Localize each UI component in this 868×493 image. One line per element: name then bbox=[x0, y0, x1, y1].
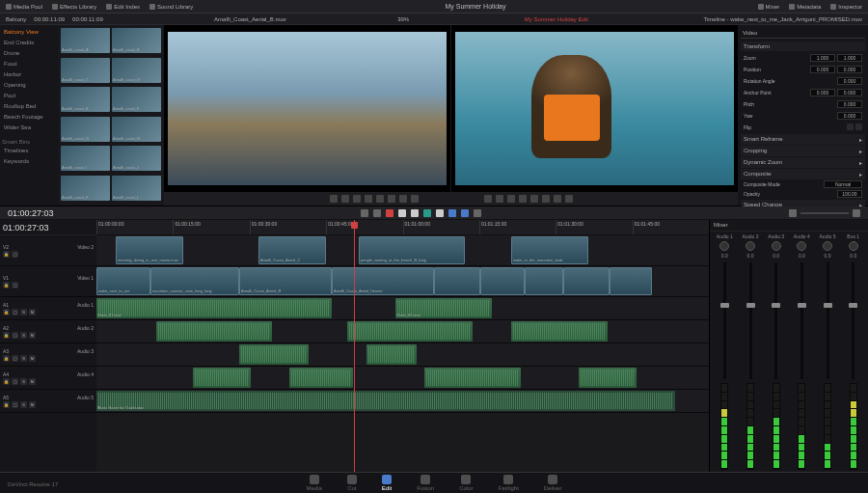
clip-thumbnail[interactable]: Amalfi_coast_I bbox=[61, 146, 110, 171]
playhead[interactable] bbox=[354, 220, 355, 472]
clip-thumbnail[interactable]: Amalfi_coast_D bbox=[112, 58, 161, 83]
lock-button[interactable]: 🔒 bbox=[3, 251, 10, 258]
clip-thumbnail[interactable]: Amalfi_coast_F bbox=[112, 87, 161, 112]
fit-percent[interactable]: 39% bbox=[397, 16, 409, 22]
auto-select-button[interactable]: ▢ bbox=[12, 378, 18, 385]
page-tab-fusion[interactable]: Fusion bbox=[417, 475, 434, 491]
track-header-a5[interactable]: A5Audio 5🔒▢SM bbox=[0, 390, 96, 413]
rec-last-frame-button[interactable] bbox=[554, 195, 561, 203]
metadata-toggle[interactable]: Metadata bbox=[789, 4, 821, 10]
track-a2[interactable] bbox=[96, 320, 709, 343]
effects-library-toggle[interactable]: Effects Library bbox=[52, 4, 96, 10]
clip[interactable]: Amalfi_Coast_Aerial_B bbox=[239, 267, 332, 295]
fader[interactable] bbox=[852, 262, 854, 379]
pan-knob[interactable] bbox=[719, 241, 729, 251]
auto-select-button[interactable]: ▢ bbox=[12, 355, 18, 362]
inspector-section[interactable]: Cropping▸ bbox=[741, 146, 865, 156]
clip[interactable] bbox=[579, 368, 637, 388]
play-reverse-button[interactable] bbox=[353, 195, 361, 203]
solo-button[interactable]: S bbox=[20, 309, 27, 315]
clip[interactable] bbox=[525, 267, 563, 295]
clip-thumbnail[interactable]: Amalfi_coast_G bbox=[61, 117, 110, 142]
fader[interactable] bbox=[827, 262, 829, 379]
pan-knob[interactable] bbox=[797, 241, 806, 251]
zoom-in-button[interactable] bbox=[853, 209, 860, 217]
mute-button[interactable]: M bbox=[29, 332, 36, 339]
bin-item[interactable]: End Credits bbox=[2, 38, 56, 47]
track-header-a2[interactable]: A2Audio 2🔒▢SM bbox=[0, 320, 96, 343]
inspector-toggle[interactable]: Inspector bbox=[830, 4, 862, 10]
auto-select-button[interactable]: ▢ bbox=[12, 309, 18, 315]
rec-prev-frame-button[interactable] bbox=[496, 195, 503, 203]
link-tool[interactable] bbox=[436, 209, 444, 217]
clip[interactable] bbox=[347, 321, 473, 342]
lock-button[interactable]: 🔒 bbox=[3, 401, 10, 408]
rec-loop-button[interactable] bbox=[565, 195, 573, 203]
mute-button[interactable]: M bbox=[29, 378, 36, 385]
clip[interactable]: wake_next_to_me bbox=[96, 267, 150, 295]
clip[interactable] bbox=[193, 368, 251, 388]
anchor-y-field[interactable]: 0.000 bbox=[837, 89, 862, 96]
flip-v-button[interactable] bbox=[855, 123, 862, 130]
clip-thumbnail[interactable]: Amalfi_coast_L bbox=[112, 176, 161, 201]
mute-button[interactable]: M bbox=[29, 355, 36, 362]
solo-button[interactable]: S bbox=[20, 355, 27, 362]
pan-knob[interactable] bbox=[772, 241, 781, 251]
mute-button[interactable]: M bbox=[29, 309, 36, 315]
track-a3[interactable] bbox=[96, 343, 709, 367]
lock-button[interactable]: 🔒 bbox=[3, 378, 10, 385]
flip-h-button[interactable] bbox=[847, 123, 854, 130]
yaw-field[interactable]: 0.000 bbox=[837, 112, 862, 120]
solo-button[interactable]: S bbox=[20, 332, 27, 339]
sound-library-toggle[interactable]: Sound Library bbox=[149, 4, 193, 10]
page-tab-media[interactable]: Media bbox=[306, 475, 321, 491]
track-header-a4[interactable]: A4Audio 4🔒▢SM bbox=[0, 367, 96, 390]
source-clip-name[interactable]: Amalfi_Coast_Aerial_B.mov bbox=[214, 16, 286, 22]
clip[interactable] bbox=[610, 267, 652, 295]
next-frame-button[interactable] bbox=[388, 195, 395, 203]
bin-item[interactable]: Balcony View bbox=[2, 27, 56, 37]
composite-mode-select[interactable]: Normal bbox=[824, 180, 862, 188]
clip[interactable] bbox=[434, 267, 480, 295]
page-tab-fairlight[interactable]: Fairlight bbox=[499, 475, 519, 491]
master-timecode[interactable]: 01:00:27:03 bbox=[0, 220, 96, 235]
rec-next-frame-button[interactable] bbox=[542, 195, 550, 203]
solo-button[interactable]: S bbox=[20, 378, 27, 385]
fader[interactable] bbox=[774, 262, 777, 379]
rec-first-frame-button[interactable] bbox=[484, 195, 492, 203]
smart-bin-item[interactable]: Keywords bbox=[2, 156, 56, 166]
clip[interactable]: Amalfi_Coast_Aerial_C bbox=[258, 236, 326, 264]
clip[interactable]: morning_diving_in_one_movie.mov bbox=[116, 236, 183, 264]
clip-thumbnail[interactable]: Amalfi_coast_J bbox=[112, 146, 161, 171]
bin-item[interactable]: Drone bbox=[2, 48, 56, 58]
pos-x-field[interactable]: 0.000 bbox=[810, 66, 835, 73]
track-a4[interactable] bbox=[96, 367, 709, 390]
loop-button[interactable] bbox=[411, 195, 419, 203]
clip[interactable]: Voice_01.wav bbox=[96, 298, 332, 318]
bin-item[interactable]: Wider Sea bbox=[2, 123, 56, 132]
clip-thumbnail[interactable]: Amalfi_coast_C bbox=[61, 58, 110, 83]
marker-tool[interactable] bbox=[461, 209, 469, 217]
clip[interactable] bbox=[366, 344, 417, 365]
first-frame-button[interactable] bbox=[330, 195, 338, 203]
clip-thumbnail[interactable]: Amalfi_coast_H bbox=[112, 117, 161, 142]
edit-index-toggle[interactable]: Edit Index bbox=[106, 4, 140, 10]
clip[interactable] bbox=[563, 267, 610, 295]
blade-tool[interactable] bbox=[386, 209, 393, 217]
rec-play-reverse-button[interactable] bbox=[507, 195, 515, 203]
clip[interactable] bbox=[156, 321, 272, 342]
media-pool-toggle[interactable]: Media Pool bbox=[6, 4, 42, 10]
track-header-a3[interactable]: A3Audio 3🔒▢SM bbox=[0, 343, 96, 367]
track-header-v1[interactable]: V1Video 1🔒▢ bbox=[0, 266, 96, 297]
replace-tool[interactable] bbox=[423, 209, 431, 217]
clip[interactable] bbox=[239, 344, 309, 365]
auto-select-button[interactable]: ▢ bbox=[12, 332, 18, 339]
page-tab-edit[interactable]: Edit bbox=[382, 475, 392, 491]
solo-button[interactable]: S bbox=[20, 401, 27, 408]
bin-item[interactable]: Pool bbox=[2, 91, 56, 100]
clip-thumbnail[interactable]: Amalfi_coast_A bbox=[61, 28, 110, 53]
rec-play-button[interactable] bbox=[530, 195, 538, 203]
bin-item[interactable]: Harbor bbox=[2, 69, 56, 79]
fader[interactable] bbox=[800, 262, 803, 379]
trim-tool[interactable] bbox=[373, 209, 381, 217]
